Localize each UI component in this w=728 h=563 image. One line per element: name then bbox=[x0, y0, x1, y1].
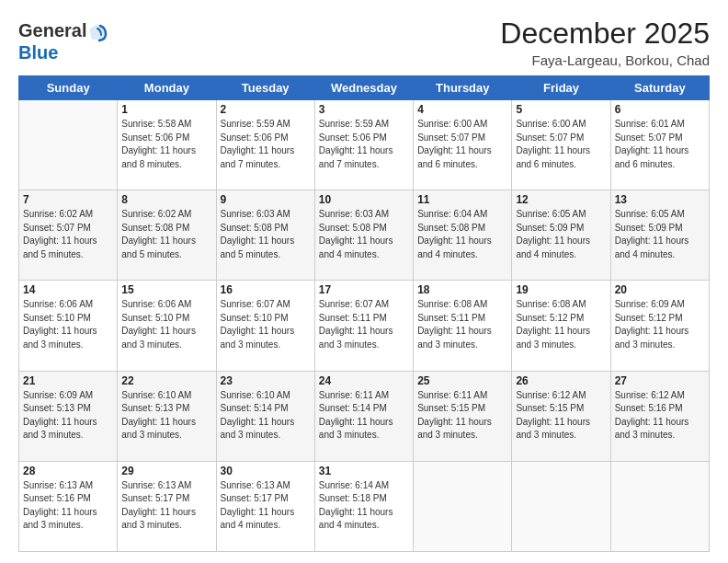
day-detail: Sunrise: 6:09 AMSunset: 5:12 PMDaylight:… bbox=[615, 298, 705, 351]
day-number: 23 bbox=[221, 374, 311, 387]
title-block: December 2025 Faya-Largeau, Borkou, Chad bbox=[500, 17, 710, 68]
day-number: 15 bbox=[121, 283, 211, 296]
calendar-header-row: Sunday Monday Tuesday Wednesday Thursday… bbox=[19, 76, 710, 100]
table-row: 1Sunrise: 5:58 AMSunset: 5:06 PMDaylight… bbox=[118, 100, 216, 190]
table-row bbox=[414, 461, 512, 551]
calendar-week-row: 28Sunrise: 6:13 AMSunset: 5:16 PMDayligh… bbox=[19, 461, 710, 551]
table-row: 30Sunrise: 6:13 AMSunset: 5:17 PMDayligh… bbox=[216, 461, 314, 551]
day-detail: Sunrise: 6:00 AMSunset: 5:07 PMDaylight:… bbox=[417, 118, 507, 171]
day-detail: Sunrise: 6:02 AMSunset: 5:08 PMDaylight:… bbox=[121, 208, 211, 261]
table-row: 23Sunrise: 6:10 AMSunset: 5:14 PMDayligh… bbox=[216, 371, 314, 461]
day-number: 24 bbox=[319, 374, 409, 387]
col-saturday: Saturday bbox=[610, 76, 709, 100]
day-number: 27 bbox=[615, 374, 705, 387]
calendar-week-row: 7Sunrise: 6:02 AMSunset: 5:07 PMDaylight… bbox=[19, 190, 710, 281]
day-detail: Sunrise: 6:12 AMSunset: 5:15 PMDaylight:… bbox=[516, 389, 606, 442]
day-detail: Sunrise: 6:13 AMSunset: 5:17 PMDaylight:… bbox=[121, 479, 211, 533]
day-number: 28 bbox=[23, 465, 113, 477]
day-number: 17 bbox=[319, 283, 409, 296]
day-detail: Sunrise: 6:08 AMSunset: 5:11 PMDaylight:… bbox=[417, 298, 507, 351]
location: Faya-Largeau, Borkou, Chad bbox=[500, 52, 710, 68]
table-row: 19Sunrise: 6:08 AMSunset: 5:12 PMDayligh… bbox=[512, 281, 610, 371]
table-row: 7Sunrise: 6:02 AMSunset: 5:07 PMDaylight… bbox=[19, 190, 118, 281]
table-row: 13Sunrise: 6:05 AMSunset: 5:09 PMDayligh… bbox=[610, 190, 709, 281]
table-row: 8Sunrise: 6:02 AMSunset: 5:08 PMDaylight… bbox=[118, 190, 216, 281]
col-tuesday: Tuesday bbox=[216, 76, 314, 100]
day-detail: Sunrise: 5:59 AMSunset: 5:06 PMDaylight:… bbox=[319, 118, 409, 171]
day-detail: Sunrise: 6:06 AMSunset: 5:10 PMDaylight:… bbox=[23, 298, 113, 351]
table-row: 29Sunrise: 6:13 AMSunset: 5:17 PMDayligh… bbox=[118, 461, 216, 551]
day-number: 14 bbox=[23, 283, 113, 296]
day-detail: Sunrise: 6:04 AMSunset: 5:08 PMDaylight:… bbox=[417, 208, 507, 261]
table-row: 15Sunrise: 6:06 AMSunset: 5:10 PMDayligh… bbox=[118, 281, 216, 371]
day-number: 2 bbox=[221, 103, 311, 116]
day-detail: Sunrise: 6:08 AMSunset: 5:12 PMDaylight:… bbox=[516, 298, 606, 351]
day-detail: Sunrise: 6:11 AMSunset: 5:14 PMDaylight:… bbox=[319, 389, 409, 442]
day-number: 1 bbox=[121, 103, 211, 116]
month-title: December 2025 bbox=[500, 17, 710, 51]
day-number: 4 bbox=[417, 103, 507, 116]
table-row: 17Sunrise: 6:07 AMSunset: 5:11 PMDayligh… bbox=[314, 281, 413, 371]
logo: General Blue bbox=[18, 20, 108, 63]
table-row: 16Sunrise: 6:07 AMSunset: 5:10 PMDayligh… bbox=[216, 281, 314, 371]
day-number: 8 bbox=[121, 193, 211, 206]
day-number: 18 bbox=[417, 283, 507, 296]
day-number: 9 bbox=[221, 193, 311, 206]
day-number: 7 bbox=[23, 193, 113, 206]
day-number: 12 bbox=[516, 193, 606, 206]
header: General Blue December 2025 Faya-Largeau,… bbox=[18, 17, 710, 68]
day-detail: Sunrise: 6:07 AMSunset: 5:10 PMDaylight:… bbox=[221, 298, 311, 351]
col-friday: Friday bbox=[512, 76, 610, 100]
day-detail: Sunrise: 6:03 AMSunset: 5:08 PMDaylight:… bbox=[221, 208, 311, 261]
day-number: 3 bbox=[319, 103, 409, 116]
col-thursday: Thursday bbox=[414, 76, 512, 100]
calendar-table: Sunday Monday Tuesday Wednesday Thursday… bbox=[18, 75, 710, 552]
table-row: 22Sunrise: 6:10 AMSunset: 5:13 PMDayligh… bbox=[118, 371, 216, 461]
day-detail: Sunrise: 6:02 AMSunset: 5:07 PMDaylight:… bbox=[23, 208, 113, 261]
table-row: 28Sunrise: 6:13 AMSunset: 5:16 PMDayligh… bbox=[19, 461, 118, 551]
day-number: 5 bbox=[516, 103, 606, 116]
table-row: 25Sunrise: 6:11 AMSunset: 5:15 PMDayligh… bbox=[414, 371, 512, 461]
day-detail: Sunrise: 6:10 AMSunset: 5:13 PMDaylight:… bbox=[121, 389, 211, 442]
day-number: 21 bbox=[23, 374, 113, 387]
table-row: 5Sunrise: 6:00 AMSunset: 5:07 PMDaylight… bbox=[512, 100, 610, 190]
day-number: 10 bbox=[319, 193, 409, 206]
col-sunday: Sunday bbox=[19, 76, 118, 100]
day-detail: Sunrise: 6:03 AMSunset: 5:08 PMDaylight:… bbox=[319, 208, 409, 261]
day-detail: Sunrise: 6:06 AMSunset: 5:10 PMDaylight:… bbox=[121, 298, 211, 351]
day-detail: Sunrise: 6:05 AMSunset: 5:09 PMDaylight:… bbox=[516, 208, 606, 261]
table-row: 4Sunrise: 6:00 AMSunset: 5:07 PMDaylight… bbox=[414, 100, 512, 190]
table-row: 9Sunrise: 6:03 AMSunset: 5:08 PMDaylight… bbox=[216, 190, 314, 281]
table-row: 11Sunrise: 6:04 AMSunset: 5:08 PMDayligh… bbox=[414, 190, 512, 281]
day-number: 26 bbox=[516, 374, 606, 387]
page: General Blue December 2025 Faya-Largeau,… bbox=[0, 0, 728, 563]
day-detail: Sunrise: 6:00 AMSunset: 5:07 PMDaylight:… bbox=[516, 118, 606, 171]
table-row: 18Sunrise: 6:08 AMSunset: 5:11 PMDayligh… bbox=[414, 281, 512, 371]
logo-general: General bbox=[18, 20, 86, 40]
day-detail: Sunrise: 5:59 AMSunset: 5:06 PMDaylight:… bbox=[221, 118, 311, 171]
col-wednesday: Wednesday bbox=[314, 76, 413, 100]
day-detail: Sunrise: 5:58 AMSunset: 5:06 PMDaylight:… bbox=[121, 118, 211, 171]
table-row: 21Sunrise: 6:09 AMSunset: 5:13 PMDayligh… bbox=[19, 371, 118, 461]
table-row bbox=[512, 461, 610, 551]
day-detail: Sunrise: 6:01 AMSunset: 5:07 PMDaylight:… bbox=[615, 118, 705, 171]
day-number: 25 bbox=[417, 374, 507, 387]
day-detail: Sunrise: 6:12 AMSunset: 5:16 PMDaylight:… bbox=[615, 389, 705, 442]
table-row: 20Sunrise: 6:09 AMSunset: 5:12 PMDayligh… bbox=[610, 281, 709, 371]
table-row: 31Sunrise: 6:14 AMSunset: 5:18 PMDayligh… bbox=[314, 461, 413, 551]
table-row: 6Sunrise: 6:01 AMSunset: 5:07 PMDaylight… bbox=[610, 100, 709, 190]
table-row: 14Sunrise: 6:06 AMSunset: 5:10 PMDayligh… bbox=[19, 281, 118, 371]
day-detail: Sunrise: 6:10 AMSunset: 5:14 PMDaylight:… bbox=[221, 389, 311, 442]
day-number: 31 bbox=[319, 465, 409, 477]
day-detail: Sunrise: 6:09 AMSunset: 5:13 PMDaylight:… bbox=[23, 389, 113, 442]
day-number: 29 bbox=[121, 465, 211, 477]
day-number: 20 bbox=[615, 283, 705, 296]
day-detail: Sunrise: 6:05 AMSunset: 5:09 PMDaylight:… bbox=[615, 208, 705, 261]
table-row: 3Sunrise: 5:59 AMSunset: 5:06 PMDaylight… bbox=[314, 100, 413, 190]
table-row: 26Sunrise: 6:12 AMSunset: 5:15 PMDayligh… bbox=[512, 371, 610, 461]
calendar-week-row: 1Sunrise: 5:58 AMSunset: 5:06 PMDaylight… bbox=[19, 100, 710, 190]
day-detail: Sunrise: 6:11 AMSunset: 5:15 PMDaylight:… bbox=[417, 389, 507, 442]
day-detail: Sunrise: 6:14 AMSunset: 5:18 PMDaylight:… bbox=[319, 479, 409, 533]
day-number: 30 bbox=[221, 465, 311, 477]
table-row: 27Sunrise: 6:12 AMSunset: 5:16 PMDayligh… bbox=[610, 371, 709, 461]
